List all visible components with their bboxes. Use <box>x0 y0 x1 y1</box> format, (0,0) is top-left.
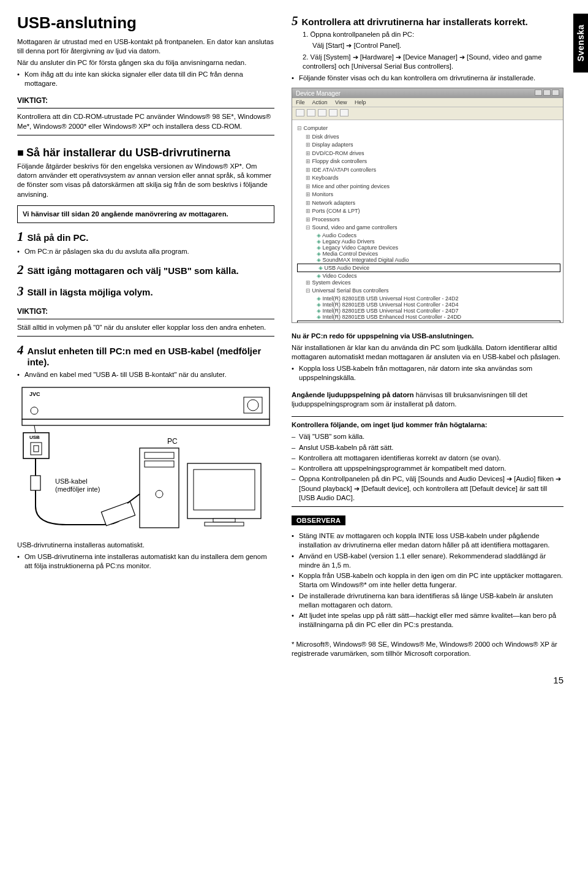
check-item: Anslut USB-kabeln på rätt sätt. <box>292 443 564 452</box>
angaende-bold: Angående ljuduppspelning på datorn <box>292 391 414 398</box>
square-bullet-icon: ■ <box>17 146 24 159</box>
tree-item: Processors <box>297 216 560 224</box>
tree-item: Floppy disk controllers <box>297 158 560 166</box>
diagram-cable-label: USB-kabel <box>55 477 88 485</box>
tree-item: DVD/CD-ROM drives <box>297 150 560 158</box>
install-para: Följande åtgärder beskrivs för den engel… <box>17 162 274 199</box>
step5-sub2: 2. Välj [System] ➔ [Hardware] ➔ [Device … <box>303 53 564 72</box>
important-text-1: Kontrollera att din CD-ROM-utrustade PC … <box>17 112 274 131</box>
check-item: Öppna Kontrollpanelen på din PC, välj [S… <box>292 474 564 503</box>
device-manager-window: Device Manager File Action View Help Com… <box>292 88 564 323</box>
tree-leaf: Audio Codecs <box>297 232 560 238</box>
tree-item: Ports (COM & LPT) <box>297 207 560 216</box>
step-2: 2 Sätt igång mottagaren och välj "USB" s… <box>17 262 274 278</box>
angaende-para: Angående ljuduppspelning på datorn hänvi… <box>292 390 564 409</box>
svg-rect-1 <box>22 419 270 425</box>
auto-install-text: USB-drivrutinerna installeras automatisk… <box>17 541 274 550</box>
check-item: Kontrollera att uppspelningsprogrammet ä… <box>292 464 564 473</box>
ready-para: När installationen är klar kan du använd… <box>292 343 564 362</box>
section-install-drivers: ■Så här installerar du USB-drivrutinerna <box>17 146 274 159</box>
tree-leaf-highlight: USB Audio Device <box>299 265 559 271</box>
page-number: 15 <box>17 675 564 685</box>
svg-rect-12 <box>140 448 179 528</box>
svg-rect-17 <box>194 470 255 510</box>
diagram-jvc-label: JVC <box>29 391 40 397</box>
step-5-title: Kontrollera att drivrutinerna har instal… <box>302 17 528 28</box>
devmgr-titlebar: Device Manager <box>292 88 563 98</box>
tree-usb: Universal Serial Bus controllers <box>297 287 560 295</box>
tree-item: Display adapters <box>297 141 560 150</box>
check-item: Kontrollera att mottagaren identifieras … <box>292 454 564 463</box>
step-1: 1 Slå på din PC. <box>17 229 274 245</box>
step-4-title: Anslut enheten till PC:n med en USB-kabe… <box>28 346 275 368</box>
tree-leaf: Video Codecs <box>297 273 560 279</box>
tree-item: Disk drives <box>297 133 560 142</box>
svg-rect-9 <box>31 476 40 490</box>
tree-leaf: Legacy Video Capture Devices <box>297 245 560 251</box>
section-install-title: Så här installerar du USB-drivrutinerna <box>26 146 230 159</box>
observe-item: Koppla från USB-kabeln och koppla in den… <box>292 571 564 590</box>
right-column: 5 Kontrollera att drivrutinerna har inst… <box>292 13 564 660</box>
intro-bullet: Kom ihåg att du inte kan skicka signaler… <box>17 70 274 89</box>
important-label-1: VIKTIGT: <box>17 96 274 105</box>
svg-point-4 <box>247 400 258 411</box>
step-3: 3 Ställ in lägsta möjliga volym. <box>17 284 274 299</box>
menu-help: Help <box>355 99 366 105</box>
tree-leaf: Intel(R) 82801EB USB Universal Host Cont… <box>297 295 560 302</box>
tree-svgc: Sound, video and game controllers <box>297 224 560 232</box>
svg-rect-0 <box>22 387 270 419</box>
step-number: 2 <box>17 262 24 278</box>
ready-bullet: Koppla loss USB-kabeln från mottagaren, … <box>292 364 564 383</box>
svg-rect-7 <box>34 446 39 452</box>
window-buttons <box>533 89 559 97</box>
observe-item: Att ljudet inte spelas upp på rätt sätt—… <box>292 611 564 630</box>
svg-text:(medföljer inte): (medföljer inte) <box>55 485 100 493</box>
important-text-2: Ställ alltid in volymen på "0" när du an… <box>17 323 274 332</box>
step-4-bullet: Använd en kabel med "USB A- till USB B-k… <box>17 370 274 379</box>
tree-leaf: Media Control Devices <box>297 251 560 257</box>
language-tab: Svenska <box>573 13 588 72</box>
menu-view: View <box>335 99 347 105</box>
check-heading: Kontrollera följande, om inget ljud komm… <box>292 420 564 430</box>
tree-item: Mice and other pointing devices <box>297 183 560 191</box>
devmgr-menubar: File Action View Help <box>292 98 563 107</box>
devmgr-tree: Computer Disk drives Display adapters DV… <box>292 120 563 322</box>
diagram-usb-label: USB <box>29 435 40 440</box>
tree-item: System devices <box>297 279 560 287</box>
svg-point-2 <box>31 407 38 414</box>
devmgr-toolbar <box>292 107 563 120</box>
step5-sub1a: 1. Öppna kontrollpanelen på din PC: <box>303 30 564 39</box>
check-item: Välj "USB" som källa. <box>292 432 564 441</box>
step-1-bullet: Om PC:n är påslagen ska du du avsluta al… <box>17 247 274 256</box>
tree-item: Monitors <box>297 191 560 199</box>
step-2-title: Sätt igång mottagaren och välj "USB" som… <box>28 265 239 276</box>
diagram-pc-label: PC <box>167 437 178 446</box>
step-5: 5 Kontrollera att drivrutinerna har inst… <box>292 13 564 29</box>
manual-install-bullet: Om USB-drivrutinerna inte installeras au… <box>17 552 274 571</box>
step-1-title: Slå på din PC. <box>28 232 89 243</box>
trademark-footnote: * Microsoft®, Windows® 98 SE, Windows® M… <box>292 640 564 659</box>
tree-leaf: Legacy Audio Drivers <box>297 238 560 245</box>
observe-item: De installerade drivrutinerna kan bara i… <box>292 591 564 610</box>
intro-para-1: Mottagaren är utrustad med en USB-kontak… <box>17 37 274 56</box>
tree-item: Keyboards <box>297 174 560 183</box>
observe-item: Stäng INTE av mottagaren och koppla INTE… <box>292 531 564 550</box>
step5-sub1b: Välj [Start] ➔ [Control Panel]. <box>312 41 564 50</box>
step-3-title: Ställ in lägsta möjliga volym. <box>28 287 153 298</box>
svg-rect-13 <box>145 452 174 458</box>
step-number: 1 <box>17 229 24 245</box>
tree-leaf: Intel(R) 82801EB USB Universal Host Cont… <box>297 302 560 308</box>
tree-item: IDE ATA/ATAPI controllers <box>297 166 560 175</box>
menu-action: Action <box>312 99 328 105</box>
page-title: USB-anslutning <box>17 13 274 32</box>
step5-bullet: Följande fönster visas och du kan kontro… <box>292 74 564 83</box>
svg-rect-18 <box>213 519 235 522</box>
intro-para-2: När du ansluter din PC för första gången… <box>17 58 274 67</box>
step-number: 5 <box>292 13 298 29</box>
tree-leaf: Intel(R) 82801EB USB Enhanced Host Contr… <box>297 314 560 320</box>
svg-point-15 <box>156 490 163 498</box>
important-label-2: VIKTIGT: <box>17 306 274 316</box>
svg-rect-14 <box>145 461 174 467</box>
connection-diagram: JVC USB USB-kabel (medföljer inte) PC <box>17 384 274 537</box>
svg-rect-19 <box>205 522 244 526</box>
